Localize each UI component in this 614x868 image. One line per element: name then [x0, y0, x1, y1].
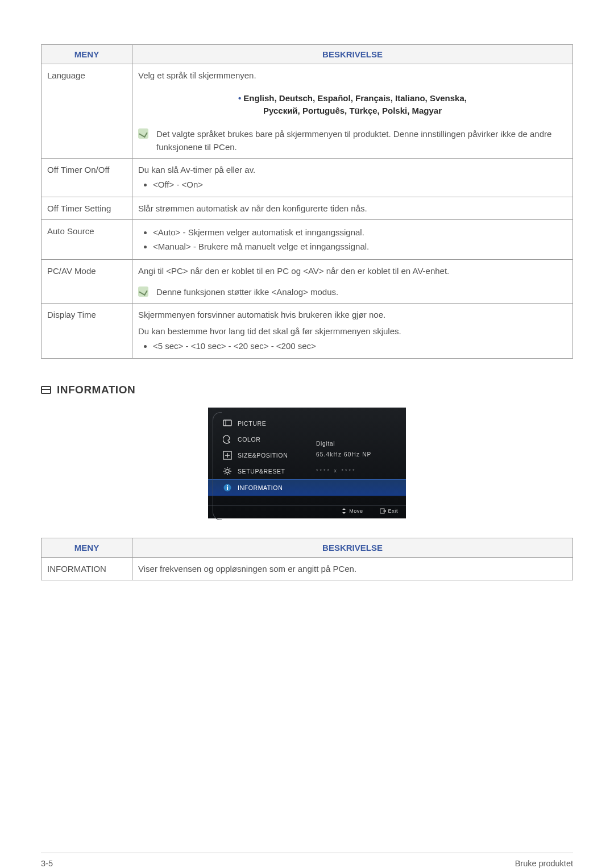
table-row: Auto Source <Auto> - Skjermen velger aut… [42, 220, 573, 260]
information-table: MENY BESKRIVELSE INFORMATION Viser frekv… [41, 538, 573, 580]
desc-offtimer-onoff: Du kan slå Av-timer på eller av. <Off> -… [132, 159, 573, 197]
osd-item-color: COLOR [208, 431, 406, 447]
table-row: Language Velg et språk til skjermmenyen.… [42, 64, 573, 159]
table-row: Off Timer Setting Slår strømmen automati… [42, 197, 573, 219]
osd-info-panel: Digital 65.4kHz 60Hz NP **** x **** [316, 441, 371, 474]
menu-pcav: PC/AV Mode [42, 259, 132, 304]
screen-icon [41, 386, 51, 394]
language-list: •English, Deutsch, Español, Français, It… [138, 92, 567, 117]
menu-offtimer-onoff: Off Timer On/Off [42, 159, 132, 197]
menu-language: Language [42, 64, 132, 159]
table-row: INFORMATION Viser frekvensen og oppløsni… [42, 557, 573, 580]
table2-header-desc: BESKRIVELSE [132, 538, 573, 557]
desc-display-time: Skjermmenyen forsvinner automatisk hvis … [132, 304, 573, 359]
osd-item-picture: PICTURE [208, 416, 406, 431]
setup-reset-table: MENY BESKRIVELSE Language Velg et språk … [41, 44, 573, 359]
desc-information: Viser frekvensen og oppløsningen som er … [132, 557, 573, 580]
desc-offtimer-setting: Slår strømmen automatisk av når den konf… [132, 197, 573, 219]
table-row: Off Timer On/Off Du kan slå Av-timer på … [42, 159, 573, 197]
desc-auto-source: <Auto> - Skjermen velger automatisk et i… [132, 220, 573, 260]
note-icon [138, 128, 148, 139]
osd-footer: Move Exit [208, 505, 406, 515]
osd-exit-hint: Exit [380, 508, 398, 514]
table1-header-menu: MENY [42, 45, 132, 64]
table-row: Display Time Skjermmenyen forsvinner aut… [42, 304, 573, 359]
language-note: Det valgte språket brukes bare på skjerm… [138, 127, 567, 154]
chapter-title: Bruke produktet [515, 859, 573, 868]
language-intro: Velg et språk til skjermmenyen. [138, 69, 567, 82]
svg-rect-0 [223, 420, 231, 426]
color-icon [223, 435, 232, 444]
desc-language: Velg et språk til skjermmenyen. •English… [132, 64, 573, 159]
osd-item-size-position: SIZE&POSITION [208, 447, 406, 463]
osd-item-setup-reset: SETUP&RESET [208, 463, 406, 479]
note-icon [138, 286, 148, 297]
menu-display-time: Display Time [42, 304, 132, 359]
gear-icon [223, 467, 232, 476]
page-footer: 3-5 Bruke produktet [41, 853, 573, 868]
table-row: PC/AV Mode Angi til <PC> når den er kobl… [42, 259, 573, 304]
page-number: 3-5 [41, 859, 53, 868]
menu-offtimer-setting: Off Timer Setting [42, 197, 132, 219]
table1-header-desc: BESKRIVELSE [132, 45, 573, 64]
info-icon [223, 483, 232, 492]
section-information-header: INFORMATION [41, 384, 573, 396]
picture-icon [223, 419, 232, 428]
svg-rect-5 [227, 487, 228, 490]
pcav-note: Denne funksjonen støtter ikke <Analog> m… [138, 285, 567, 298]
size-position-icon [223, 451, 232, 460]
menu-information: INFORMATION [42, 557, 132, 580]
section-title: INFORMATION [57, 384, 135, 396]
osd-move-hint: Move [341, 508, 363, 514]
menu-auto-source: Auto Source [42, 220, 132, 260]
osd-screenshot: PICTURE COLOR SIZE&POSITION SETUP&RESET … [208, 408, 406, 518]
svg-point-3 [226, 470, 229, 473]
desc-pcav: Angi til <PC> når den er koblet til en P… [132, 259, 573, 304]
table2-header-menu: MENY [42, 538, 132, 557]
svg-rect-6 [227, 485, 228, 486]
osd-item-information-selected: INFORMATION [208, 479, 406, 496]
